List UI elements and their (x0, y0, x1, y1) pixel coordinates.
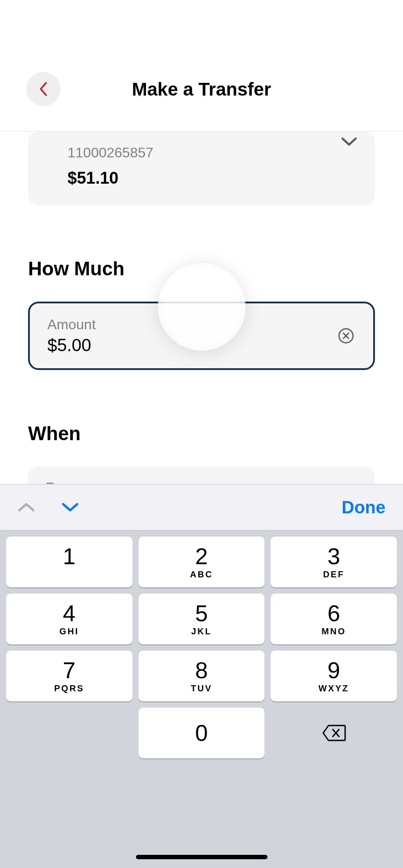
account-number: 11000265857 (68, 145, 357, 161)
page-title: Make a Transfer (0, 79, 403, 100)
clear-icon (337, 327, 355, 345)
key-6[interactable]: 6 MNO (271, 594, 397, 644)
key-digit: 9 (328, 659, 340, 682)
key-2[interactable]: 2 ABC (139, 537, 265, 587)
chevron-down-icon (341, 136, 357, 148)
backspace-icon (321, 724, 346, 742)
key-digit: 5 (195, 602, 208, 625)
key-5[interactable]: 5 JKL (139, 594, 265, 644)
key-letters: JKL (191, 626, 212, 637)
amount-label: Amount (47, 317, 356, 333)
next-field-button[interactable] (57, 494, 83, 520)
key-letters: DEF (323, 569, 345, 580)
key-0[interactable]: 0 (139, 708, 265, 758)
chevron-up-icon (18, 502, 35, 513)
content: 11000265857 $51.10 How Much Amount $5.00… (0, 132, 403, 531)
key-digit: 8 (195, 659, 208, 682)
key-9[interactable]: 9 WXYZ (271, 651, 397, 701)
clear-button[interactable] (336, 326, 356, 345)
key-letters: PQRS (54, 683, 84, 694)
key-empty (6, 708, 132, 758)
key-letters: ABC (190, 569, 213, 580)
key-digit: 1 (63, 545, 75, 568)
account-selector[interactable]: 11000265857 $51.10 (28, 132, 375, 205)
key-digit: 0 (195, 722, 208, 744)
amount-input[interactable]: Amount $5.00 (28, 302, 375, 370)
key-letters (68, 569, 71, 580)
key-4[interactable]: 4 GHI (6, 594, 132, 644)
amount-value: $5.00 (47, 335, 356, 355)
account-balance: $51.10 (68, 169, 357, 188)
key-letters: WXYZ (318, 683, 349, 694)
key-letters: MNO (321, 626, 346, 637)
key-8[interactable]: 8 TUV (139, 651, 265, 701)
key-digit: 6 (328, 602, 340, 625)
key-letters: TUV (191, 683, 212, 694)
keyboard-toolbar: Done (0, 484, 403, 530)
section-how-much: How Much (28, 258, 375, 280)
chevron-down-icon (61, 502, 79, 513)
section-when: When (28, 423, 375, 445)
key-3[interactable]: 3 DEF (271, 537, 397, 587)
keyboard: Done 1 2 ABC 3 DEF 4 GHI 5 JKL 6 MNO 7 P (0, 484, 403, 868)
key-digit: 2 (195, 545, 208, 568)
key-delete[interactable] (271, 708, 397, 758)
key-digit: 4 (63, 602, 75, 625)
home-indicator[interactable] (136, 855, 267, 859)
key-7[interactable]: 7 PQRS (6, 651, 132, 701)
header: Make a Transfer (0, 0, 403, 132)
key-letters: GHI (60, 626, 79, 637)
key-digit: 3 (328, 545, 340, 568)
prev-field-button[interactable] (13, 494, 39, 520)
key-digit: 7 (63, 659, 75, 682)
done-button[interactable]: Done (342, 498, 390, 517)
numeric-keypad: 1 2 ABC 3 DEF 4 GHI 5 JKL 6 MNO 7 PQRS 8 (0, 530, 403, 868)
key-1[interactable]: 1 (6, 537, 132, 587)
